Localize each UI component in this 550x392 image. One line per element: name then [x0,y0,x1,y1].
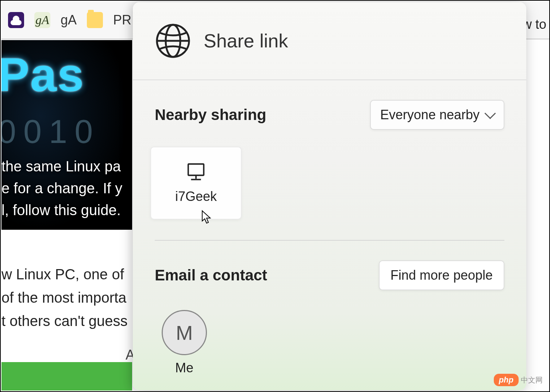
background-article: Pas 0010 the same Linux pa e for a chang… [1,40,133,390]
chevron-down-icon [484,108,496,119]
avatar: M [162,310,207,355]
bookmark-user-icon[interactable] [8,12,24,28]
email-contact-section: Email a contact Find more people [133,241,526,298]
email-contact-heading: Email a contact [155,267,267,284]
folder-icon[interactable] [87,12,103,28]
share-dialog: Share link Nearby sharing Everyone nearb… [133,2,526,390]
contact-item[interactable]: M Me [161,310,208,376]
bookmark-ga-icon[interactable]: gA [34,12,50,28]
desktop-icon [185,162,207,183]
hero-binary-text: 0010 [1,113,100,151]
hero-caption: the same Linux pa e for a change. If y l… [1,155,122,221]
hero-caption-line: e for a change. If y [1,177,122,199]
contact-label: Me [175,360,193,376]
article-green-bar [1,362,132,391]
nearby-device-name: i7Geek [175,189,217,204]
article-body: w Linux PC, one of of the most importa t… [1,230,133,333]
bookmark-pr-label[interactable]: PR [113,12,131,28]
watermark: php 中文网 [494,374,543,386]
bookmark-ga-text[interactable]: gA [61,12,77,28]
globe-icon [155,23,191,59]
article-body-line: of the most importa [1,286,133,309]
article-hero-image: Pas 0010 the same Linux pa e for a chang… [1,40,132,230]
nearby-scope-dropdown[interactable]: Everyone nearby [370,100,504,130]
find-more-people-button[interactable]: Find more people [379,260,504,290]
article-body-line: w Linux PC, one of [1,263,133,286]
nearby-sharing-heading: Nearby sharing [155,106,266,124]
nearby-device-card[interactable]: i7Geek [150,147,242,220]
share-header: Share link [133,2,526,80]
hero-caption-line: the same Linux pa [1,155,122,177]
svg-rect-3 [188,164,204,175]
hero-caption-line: l, follow this guide. [1,199,122,221]
nearby-sharing-section: Nearby sharing Everyone nearby [133,80,526,137]
nearby-scope-selected: Everyone nearby [380,107,480,123]
share-dialog-title: Share link [204,30,288,52]
article-body-line: t others can't guess [1,309,133,333]
hero-neon-text: Pas [1,47,84,102]
nearby-devices-grid: i7Geek [133,137,526,229]
watermark-suffix: 中文网 [521,375,543,385]
watermark-brand: php [494,374,519,386]
contacts-grid: M Me [133,298,526,388]
